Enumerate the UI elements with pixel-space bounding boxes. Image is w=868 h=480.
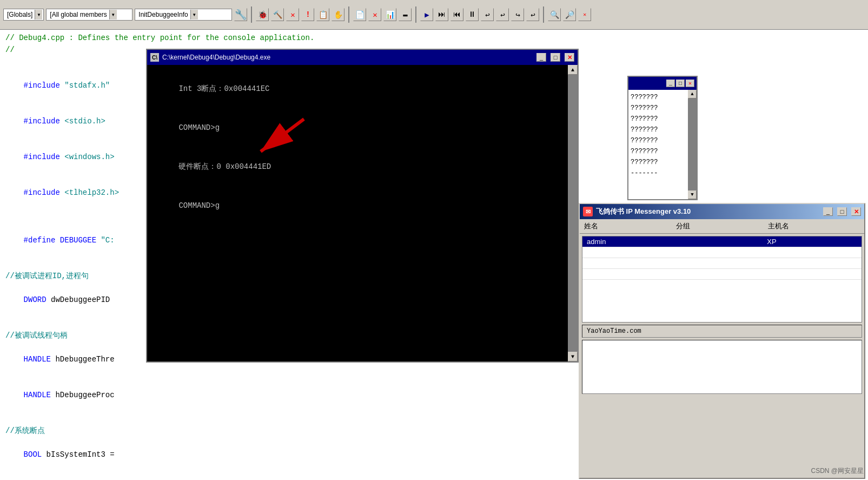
toolbar-sep-2 [348,6,349,23]
console-window: C\ C:\kernel\Debug4\Debug\Debug4.exe _ □… [146,49,579,363]
qmark-line-1: ??????? [631,92,686,103]
function-dropdown-arrow[interactable]: ▼ [190,10,198,19]
messenger-window: ✉ 飞鸽传书 IP Messenger v3.10 _ □ ✕ 姓名 分组 主机… [579,203,865,479]
globals-dropdown-arrow[interactable]: ▼ [35,10,42,19]
toolbar-sep-3 [415,6,416,23]
toolbar-btn-skip[interactable]: ⏭ [435,8,448,21]
function-dropdown[interactable]: InitDebuggeeInfo ▼ [135,9,232,21]
messenger-title-text: 飞鸽传书 IP Messenger v3.10 [596,207,819,216]
messenger-row3-name [587,259,677,267]
members-dropdown-arrow[interactable]: ▼ [109,10,117,19]
toolbar-btn-copy[interactable]: 📋 [316,8,329,21]
qmark-line-6: ??????? [631,146,686,157]
messenger-table-header: 姓名 分组 主机名 [580,219,864,234]
console-line4: COMMAND>g [178,201,220,210]
qmark-line-7: ??????? [631,157,686,168]
toolbar-btn-stop[interactable]: ✕ [286,8,299,21]
messenger-row2-group [677,248,767,257]
messenger-row4-name [587,270,677,278]
console-title-text: C:\kernel\Debug4\Debug\Debug4.exe [162,54,532,61]
console-minimize-btn[interactable]: _ [536,53,546,62]
qmark-close-btn[interactable]: ✕ [686,80,694,87]
toolbar-btn-mag2[interactable]: 🔎 [563,8,576,21]
messenger-close-btn[interactable]: ✕ [851,207,861,216]
qmark-window: _ □ ✕ ??????? ??????? ??????? ??????? ??… [627,76,698,200]
globals-dropdown-text: [Globals] [5,11,35,18]
toolbar-btn-back[interactable]: ⏮ [450,8,463,21]
console-line1: Int 3断点：0x004441EC [178,84,269,93]
globals-dropdown[interactable]: [Globals] ▼ [3,9,44,21]
qmark-line-3: ??????? [631,114,686,124]
qmark-scroll-track [688,98,697,190]
messenger-input-area[interactable] [582,340,862,394]
messenger-row4-group [677,270,767,278]
code-line-comment1: // Debug4.cpp : Defines the entry point … [0,32,584,44]
qmark-line-4: ??????? [631,124,686,135]
messenger-row3-group [677,259,767,267]
messenger-minimize-btn[interactable]: _ [823,207,833,216]
qmark-line-2: ??????? [631,103,686,114]
toolbar-btn-build[interactable]: 🔨 [271,8,284,21]
svg-line-1 [261,119,304,152]
console-titlebar: C\ C:\kernel\Debug4\Debug\Debug4.exe _ □… [147,50,578,65]
console-maximize-btn[interactable]: □ [551,53,560,62]
messenger-table-body[interactable]: admin XP [582,236,862,323]
messenger-row-3[interactable] [582,258,862,269]
messenger-row3-host [767,259,857,267]
console-scrollbar[interactable]: ▲ ▼ [568,65,578,361]
qmark-scroll-down[interactable]: ▼ [688,190,697,199]
console-line3: 硬件断点：0 0x004441ED [178,162,271,171]
qmark-scrollbar[interactable]: ▲ ▼ [688,90,697,199]
toolbar-btn-play[interactable]: ▶ [420,8,433,21]
members-dropdown[interactable]: [All global members ▼ [46,9,132,21]
toolbar-sep-1 [251,6,252,23]
messenger-col-name: 姓名 [584,221,676,231]
toolbar-btn-chart[interactable]: 📊 [383,8,396,21]
qmark-body: ??????? ??????? ??????? ??????? ??????? … [628,90,697,199]
toolbar-btn-ret3[interactable]: ↪ [511,8,524,21]
qmark-line-8: ------- [631,168,686,179]
messenger-row1-name: admin [587,238,677,246]
code-line-blank6 [0,472,584,480]
messenger-row-4[interactable] [582,269,862,280]
toolbar-btn-x2[interactable]: ✕ [368,8,381,21]
console-scroll-track [568,75,578,352]
toolbar-icon-btn[interactable]: 🔧 [234,8,247,21]
toolbar-btn-excl[interactable]: ! [301,8,314,21]
messenger-row1-host: XP [767,238,857,246]
toolbar-btn-doc1[interactable]: 📄 [353,8,366,21]
messenger-maximize-btn[interactable]: □ [837,207,847,216]
toolbar-btn-ret2[interactable]: ↩ [496,8,509,21]
toolbar-btn-mag[interactable]: 🔍 [548,8,561,21]
toolbar-btn-bar[interactable]: ▬ [399,8,412,21]
console-body: Int 3断点：0x004441EC COMMAND>g 硬件断点：0 0x00… [147,65,578,361]
messenger-row-2[interactable] [582,247,862,258]
toolbar: [Globals] ▼ [All global members ▼ InitDe… [0,0,868,30]
console-scroll-down[interactable]: ▼ [568,352,578,361]
toolbar-btn-pause[interactable]: ⏸ [466,8,479,21]
console-text-area: Int 3断点：0x004441EC COMMAND>g 硬件断点：0 0x00… [151,69,573,225]
messenger-row2-name [587,248,677,257]
qmark-minimize-btn[interactable]: _ [666,80,675,87]
console-scroll-up[interactable]: ▲ [568,65,578,75]
toolbar-btn-ret1[interactable]: ↩ [481,8,494,21]
messenger-row1-group [677,238,767,246]
console-close-btn[interactable]: ✕ [565,53,574,62]
messenger-row-1[interactable]: admin XP [582,236,862,247]
messenger-title-icon: ✉ [583,207,593,216]
qmark-maximize-btn[interactable]: □ [676,80,685,87]
qmark-scroll-up[interactable]: ▲ [688,90,697,98]
csdn-watermark: CSDN @网安星星 [811,466,864,476]
toolbar-btn-ret4[interactable]: ↩ [526,8,539,21]
code-line-blank5 [0,413,584,425]
messenger-col-host: 主机名 [768,221,860,231]
messenger-row4-host [767,270,857,278]
function-dropdown-text: InitDebuggeeInfo [136,11,190,18]
qmark-line-5: ??????? [631,135,686,146]
toolbar-btn-close[interactable]: ✕ [578,8,591,21]
toolbar-btn-run[interactable]: 🐞 [256,8,269,21]
qmark-titlebar: _ □ ✕ [628,77,697,90]
toolbar-btn-hand[interactable]: ✋ [332,8,344,21]
messenger-url: YaoYaoTime.com [582,325,862,338]
toolbar-sep-4 [543,6,544,23]
